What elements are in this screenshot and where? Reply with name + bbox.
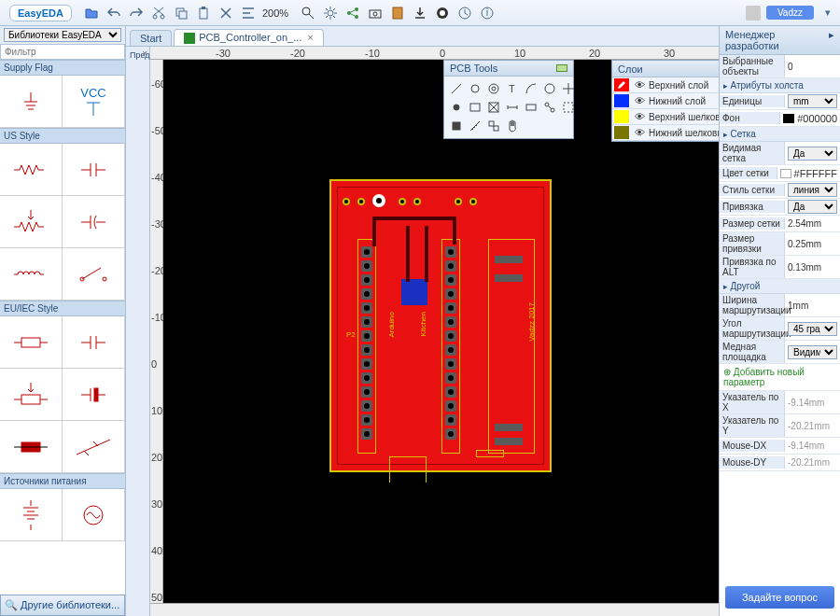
tool-canvas-icon[interactable] <box>485 99 502 116</box>
pad[interactable] <box>361 358 372 370</box>
group-other[interactable]: Другой <box>720 279 840 294</box>
delete-icon[interactable] <box>217 5 234 21</box>
layer-row-silk-top[interactable]: 👁Верхний шелковый слой <box>612 109 719 125</box>
tab-pcb[interactable]: PCB_Controller_on_...× <box>174 29 324 46</box>
pad[interactable] <box>361 302 372 314</box>
share-icon[interactable] <box>344 5 361 21</box>
pad[interactable] <box>445 344 456 356</box>
pad[interactable] <box>361 246 372 258</box>
symbol-pot-eu[interactable] <box>0 369 63 421</box>
pad[interactable] <box>361 344 372 356</box>
symbol-resistor-us[interactable] <box>0 144 63 196</box>
via[interactable] <box>399 198 406 205</box>
tab-start[interactable]: Start <box>130 30 172 46</box>
pcb-tools-title[interactable]: PCB Tools <box>444 61 573 77</box>
pad[interactable] <box>361 428 372 440</box>
pad[interactable] <box>445 260 456 272</box>
via[interactable] <box>343 198 350 205</box>
cut-icon[interactable] <box>150 5 167 21</box>
tool-track-icon[interactable] <box>448 80 465 97</box>
tool-move-icon[interactable] <box>560 80 577 97</box>
symbol-cap-pol-us[interactable] <box>63 196 125 248</box>
layers-title[interactable]: Слои⚙ <box>612 61 719 77</box>
pad[interactable] <box>445 358 456 370</box>
tool-connect-icon[interactable] <box>541 99 558 116</box>
tool-hole-icon[interactable] <box>448 99 465 116</box>
visgrid-select[interactable]: Да <box>788 147 837 161</box>
section-supply[interactable]: Supply Flag <box>0 60 125 76</box>
pad[interactable] <box>445 316 456 328</box>
align-icon[interactable] <box>240 5 257 21</box>
section-power[interactable]: Источники питания <box>0 473 125 489</box>
units-select[interactable]: mm <box>788 94 837 108</box>
smd-pad[interactable] <box>495 256 523 263</box>
pad[interactable] <box>445 386 456 398</box>
library-select[interactable]: Библиотеки EasyEDA <box>4 28 121 42</box>
symbol-fuse-eu[interactable] <box>0 421 63 473</box>
layers-panel[interactable]: Слои⚙ 👁Верхний слой 👁Нижний слой 👁Верхни… <box>611 60 719 142</box>
trace[interactable] <box>425 226 428 282</box>
layer-row-silk-bottom[interactable]: 👁Нижний шелковый слой <box>612 125 719 141</box>
tool-pad-icon[interactable] <box>467 80 483 97</box>
user-name[interactable]: Vadzz <box>766 6 814 20</box>
tool-hand-icon[interactable] <box>504 118 521 134</box>
paste-icon[interactable] <box>195 5 212 21</box>
gerber-icon[interactable] <box>434 5 451 21</box>
eye-icon[interactable]: 👁 <box>632 127 647 138</box>
symbol-cap-eu[interactable] <box>63 316 125 369</box>
pad[interactable] <box>361 330 372 342</box>
symbol-cap-us[interactable] <box>63 144 125 196</box>
pad[interactable] <box>445 246 456 258</box>
trace[interactable] <box>406 226 410 282</box>
tool-copper-icon[interactable] <box>560 99 577 116</box>
smd-pad[interactable] <box>495 438 523 445</box>
settings-icon[interactable] <box>322 5 339 21</box>
pcb-tools-panel[interactable]: PCB Tools T <box>443 60 574 139</box>
smd-pad[interactable] <box>495 424 523 431</box>
trace[interactable] <box>372 218 376 246</box>
symbol-ac-source[interactable] <box>63 489 125 541</box>
minimize-icon[interactable] <box>556 64 567 72</box>
pad[interactable] <box>445 274 456 286</box>
eye-icon[interactable]: 👁 <box>632 79 647 91</box>
tool-dimension-icon[interactable] <box>504 99 521 116</box>
section-eu[interactable]: EU/IEC Style <box>0 301 125 316</box>
pad[interactable] <box>445 400 456 412</box>
more-libraries-button[interactable]: 🔍 Другие библиотеки... <box>0 595 125 616</box>
tool-image-icon[interactable] <box>467 99 483 116</box>
tool-solid-icon[interactable] <box>448 118 465 134</box>
pcb-canvas[interactable]: P2 /*placeholder*/ <box>163 60 719 603</box>
trace[interactable] <box>372 217 456 220</box>
menu-icon[interactable]: ▾ <box>819 5 836 21</box>
tool-text-icon[interactable]: T <box>504 80 521 97</box>
symbol-diode-eu[interactable] <box>63 421 125 473</box>
pad[interactable] <box>445 428 456 440</box>
copy-icon[interactable] <box>173 5 189 21</box>
tool-via-icon[interactable] <box>485 80 502 97</box>
camera-icon[interactable] <box>367 5 384 21</box>
symbol-vcc[interactable]: VCC <box>63 76 125 128</box>
tool-group-icon[interactable] <box>485 118 502 134</box>
layer-row-top[interactable]: 👁Верхний слой <box>612 77 719 93</box>
pad[interactable] <box>445 330 456 342</box>
chevron-right-icon[interactable]: ▸ <box>829 29 834 51</box>
routea-select[interactable]: 45 градус <box>788 322 837 336</box>
history-icon[interactable] <box>456 5 473 21</box>
symbol-battery[interactable] <box>0 489 63 541</box>
bom-icon[interactable] <box>389 5 406 21</box>
symbol-pot-us[interactable] <box>0 196 63 248</box>
gridcolor-swatch[interactable] <box>780 169 791 178</box>
gridstyle-select[interactable]: линия <box>788 183 837 197</box>
preview-close-icon[interactable]: × <box>142 49 147 59</box>
tool-measure-icon[interactable] <box>467 118 483 134</box>
avatar[interactable] <box>746 6 761 21</box>
symbol-cap-pol-eu[interactable] <box>63 369 125 421</box>
symbol-inductor-us[interactable] <box>0 248 63 301</box>
section-us[interactable]: US Style <box>0 128 125 144</box>
ask-question-button[interactable]: Задайте вопрос <box>725 586 834 609</box>
pad[interactable] <box>361 288 372 300</box>
undo-icon[interactable] <box>105 5 122 21</box>
via[interactable] <box>469 198 477 205</box>
eye-icon[interactable]: 👁 <box>632 95 647 106</box>
snap-select[interactable]: Да <box>788 200 837 214</box>
